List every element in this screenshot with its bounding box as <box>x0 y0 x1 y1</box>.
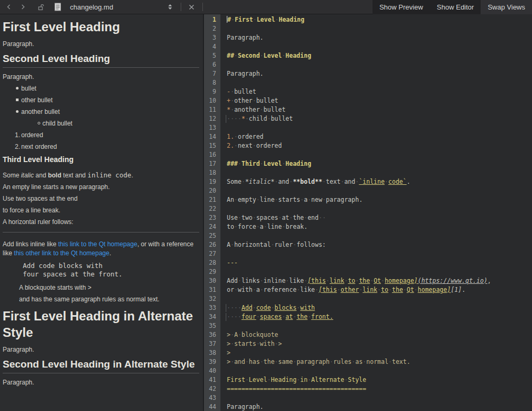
editor-line-7[interactable]: Paragraph. <box>227 69 532 78</box>
whitespace-dots: · <box>238 277 242 284</box>
square-bullet-icon <box>16 99 19 101</box>
document-type-indicator <box>52 1 64 13</box>
whitespace-dots: · <box>274 178 278 185</box>
open-document-name[interactable]: changelog.md <box>70 3 113 11</box>
editor-line-42[interactable]: ====================================== <box>227 385 532 394</box>
line-number: 18 <box>204 168 220 177</box>
line-number-gutter: 1234567891011121314151617181920212223242… <box>204 14 220 411</box>
preview-horizontal-rule <box>3 232 199 233</box>
disc-bullet-icon <box>16 87 19 90</box>
editor-line-39[interactable]: >·and·has·the·same·paragraph·rules·as·no… <box>227 358 532 367</box>
show-preview-button[interactable]: Show Preview <box>373 0 430 14</box>
forward-button[interactable] <box>17 1 29 13</box>
indent-guide <box>226 115 226 123</box>
editor-line-37[interactable]: >·starts·with·> <box>227 339 532 349</box>
line-number: 41 <box>204 376 220 385</box>
preview-heading-h2: Second Level Heading in Alternate Style <box>3 358 199 373</box>
editor-line-1[interactable]: #·First·Level·Heading <box>227 15 532 24</box>
whitespace-dots: · <box>344 376 348 383</box>
whitespace-dots: ···· <box>227 304 242 311</box>
editor-line-27[interactable] <box>227 249 532 258</box>
whitespace-dots: · <box>234 133 238 140</box>
editor-line-34[interactable]: ····four·spaces·at·the·front. <box>227 312 532 321</box>
list-item: 2.next ordered <box>3 144 199 150</box>
editor-line-22[interactable] <box>227 204 532 213</box>
qt-homepage-link[interactable]: this other link to the Qt homepage <box>14 249 109 257</box>
editor-line-8[interactable] <box>227 78 532 87</box>
editor-line-17[interactable]: ###·Third·Level·Heading <box>227 159 532 168</box>
qt-homepage-link[interactable]: this link to the Qt homepage <box>58 240 137 248</box>
editor-line-20[interactable] <box>227 186 532 195</box>
whitespace-dots: · <box>403 286 407 293</box>
line-number: 42 <box>204 385 220 394</box>
editor-line-36[interactable]: >·A·blockquote <box>227 330 532 339</box>
whitespace-dots: · <box>344 277 348 284</box>
editor-line-14[interactable]: 1.·ordered <box>227 132 532 141</box>
line-number: 14 <box>204 132 220 141</box>
editor-split-view: First Level HeadingParagraph.Second Leve… <box>0 14 532 411</box>
editor-line-29[interactable] <box>227 267 532 276</box>
whitespace-dots: · <box>293 358 297 365</box>
editor-line-43[interactable] <box>227 394 532 403</box>
editor-line-40[interactable] <box>227 367 532 376</box>
whitespace-dots: · <box>234 223 238 230</box>
editor-line-32[interactable] <box>227 294 532 303</box>
editor-line-44[interactable]: Paragraph. <box>227 403 532 411</box>
editor-line-38[interactable]: > <box>227 349 532 358</box>
whitespace-dots: · <box>282 313 286 320</box>
text-run: bold <box>48 172 61 179</box>
editor-line-33[interactable]: ····Add·code·blocks·with <box>227 303 532 312</box>
nav-group: changelog.md <box>0 1 206 13</box>
close-document-button[interactable] <box>186 1 198 13</box>
editor-line-19[interactable]: Some·*italic*·and·**bold**·text·and·`inl… <box>227 177 532 186</box>
editor-line-24[interactable]: to·force·a·line·break. <box>227 222 532 231</box>
editor-line-25[interactable] <box>227 231 532 240</box>
editor-line-4[interactable] <box>227 42 532 51</box>
back-button[interactable] <box>3 1 15 13</box>
list-item: other bullet <box>3 97 199 104</box>
editor-line-13[interactable] <box>227 123 532 132</box>
editor-line-26[interactable]: A·horizontal·ruler·follows: <box>227 240 532 249</box>
editor-line-31[interactable]: or·with·a·reference·like·[this·other·lin… <box>227 285 532 294</box>
editor-line-28[interactable]: --- <box>227 258 532 267</box>
text-run: . <box>109 249 111 257</box>
editor-line-3[interactable]: Paragraph. <box>227 33 532 42</box>
preview-heading-h2: Second Level Heading <box>3 52 199 68</box>
editor-line-16[interactable] <box>227 150 532 159</box>
show-editor-button[interactable]: Show Editor <box>430 0 481 14</box>
whitespace-dots: · <box>238 214 242 221</box>
preview-paragraph-linebreaks: Use two spaces at the endto force a line… <box>3 195 199 214</box>
editor-line-6[interactable] <box>227 60 532 69</box>
line-number: 25 <box>204 231 220 240</box>
editor-line-12[interactable]: ····*·child·bullet <box>227 114 532 123</box>
swap-views-button[interactable]: Swap Views <box>481 0 532 14</box>
document-dropdown-button[interactable] <box>164 1 176 13</box>
editor-line-41[interactable]: First·Level·Heading·in·Alternate·Style <box>227 376 532 385</box>
whitespace-dots: · <box>234 142 238 149</box>
text-run: inline code <box>87 171 131 179</box>
whitespace-dots: · <box>242 178 245 185</box>
editor-line-35[interactable] <box>227 321 532 330</box>
editor-line-10[interactable]: +·other·bullet <box>227 96 532 105</box>
text-run: Some <box>3 172 21 179</box>
editor-line-11[interactable]: *·another·bullet <box>227 105 532 114</box>
whitespace-dots: · <box>234 52 238 59</box>
line-number: 23 <box>204 213 220 222</box>
editor-line-15[interactable]: 2.·next·ordered <box>227 141 532 150</box>
editor-line-9[interactable]: -·bullet <box>227 87 532 96</box>
text-run: Add links inline like <box>3 240 58 248</box>
editor-line-18[interactable] <box>227 168 532 177</box>
editor-line-23[interactable]: Use·two·spaces·at·the·end·· <box>227 213 532 222</box>
code-text-area[interactable]: #·First·Level·HeadingParagraph.##·Second… <box>220 14 532 411</box>
back-icon <box>6 4 12 10</box>
line-number: 20 <box>204 186 220 195</box>
whitespace-dots: · <box>230 358 234 365</box>
editor-line-30[interactable]: Add·links·inline·like·[this·link·to·the·… <box>227 276 532 285</box>
editor-line-2[interactable] <box>227 24 532 33</box>
line-number: 36 <box>204 330 220 339</box>
line-number: 17 <box>204 159 220 168</box>
line-number: 22 <box>204 204 220 213</box>
editor-line-5[interactable]: ##·Second·Level·Heading <box>227 51 532 60</box>
whitespace-dots: · <box>381 277 385 284</box>
editor-line-21[interactable]: An·empty·line·starts·a·new·paragraph. <box>227 195 532 204</box>
